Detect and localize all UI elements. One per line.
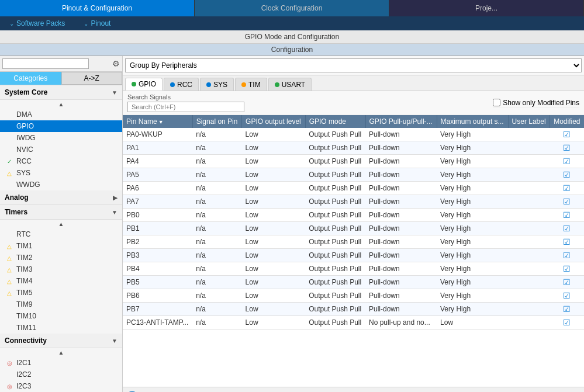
- sidebar-item-nvic[interactable]: NVIC: [0, 144, 122, 155]
- cell-modified[interactable]: ☑: [550, 168, 584, 182]
- warn-icon: △: [7, 266, 14, 273]
- table-row[interactable]: PB4 n/a Low Output Push Pull Pull-down V…: [123, 262, 584, 276]
- tab-pinout[interactable]: Pinout & Configuration: [0, 0, 195, 16]
- cell-modified[interactable]: ☑: [550, 209, 584, 222]
- col-pin-name[interactable]: Pin Name▼: [123, 115, 192, 128]
- table-row[interactable]: PB5 n/a Low Output Push Pull Pull-down V…: [123, 276, 584, 289]
- cell-modified[interactable]: ☑: [550, 249, 584, 262]
- table-row[interactable]: PB3 n/a Low Output Push Pull Pull-down V…: [123, 249, 584, 262]
- sidebar-tab-categories[interactable]: Categories: [0, 72, 61, 85]
- sidebar-item-rcc[interactable]: ✓ RCC: [0, 155, 122, 167]
- sidebar-item-i2c3[interactable]: ◎ I2C3: [0, 380, 122, 392]
- scroll-up-btn[interactable]: ▲: [0, 100, 122, 109]
- cell-modified[interactable]: ☑: [550, 235, 584, 249]
- sidebar-item-iwdg[interactable]: IWDG: [0, 132, 122, 144]
- sidebar-tab-az[interactable]: A->Z: [61, 72, 123, 85]
- col-signal[interactable]: Signal on Pin: [192, 115, 241, 128]
- cell-modified[interactable]: ☑: [550, 182, 584, 195]
- search-input[interactable]: [2, 58, 89, 69]
- category-timers[interactable]: Timers ▼: [0, 205, 122, 220]
- cell-label: [508, 141, 550, 155]
- col-user-label[interactable]: User Label: [508, 115, 550, 128]
- cell-modified[interactable]: ☑: [550, 262, 584, 276]
- cell-modified[interactable]: ☑: [550, 222, 584, 235]
- table-row[interactable]: PA6 n/a Low Output Push Pull Pull-down V…: [123, 182, 584, 195]
- show-modified-label[interactable]: Show only Modified Pins: [493, 99, 579, 107]
- cell-modified[interactable]: ☑: [550, 141, 584, 155]
- table-row[interactable]: PA4 n/a Low Output Push Pull Pull-down V…: [123, 155, 584, 168]
- content-area: Group By Peripherals Group By Pin Number…: [123, 56, 584, 392]
- table-row[interactable]: PB6 n/a Low Output Push Pull Pull-down V…: [123, 289, 584, 303]
- table-row[interactable]: PB1 n/a Low Output Push Pull Pull-down V…: [123, 222, 584, 235]
- table-row[interactable]: PA7 n/a Low Output Push Pull Pull-down V…: [123, 195, 584, 209]
- tab-usart[interactable]: USART: [268, 78, 312, 91]
- tab-sys[interactable]: SYS: [200, 78, 234, 91]
- group-by-select[interactable]: Group By Peripherals Group By Pin Number…: [125, 58, 582, 72]
- col-gpio-level[interactable]: GPIO output level: [242, 115, 306, 128]
- category-connectivity[interactable]: Connectivity ▼: [0, 334, 122, 348]
- table-row[interactable]: PB7 n/a Low Output Push Pull Pull-down V…: [123, 303, 584, 316]
- gpio-tab-bar: GPIO RCC SYS TIM USART: [123, 75, 584, 91]
- sidebar-item-tim3[interactable]: △ TIM3: [0, 263, 122, 275]
- table-row[interactable]: PA1 n/a Low Output Push Pull Pull-down V…: [123, 141, 584, 155]
- sub-item-pinout[interactable]: ⌄ Pinout: [74, 19, 120, 27]
- tab-rcc[interactable]: RCC: [164, 78, 199, 91]
- search-signals-input[interactable]: [127, 102, 244, 112]
- sidebar-item-wwdg[interactable]: WWDG: [0, 179, 122, 190]
- category-analog[interactable]: Analog ▶: [0, 190, 122, 205]
- scroll-up-btn-timers[interactable]: ▲: [0, 220, 122, 228]
- cell-modified[interactable]: ☑: [550, 128, 584, 141]
- show-modified-checkbox[interactable]: [493, 99, 500, 106]
- cell-mode: Output Push Pull: [305, 303, 365, 316]
- sidebar-item-rtc[interactable]: RTC: [0, 228, 122, 240]
- cell-pin-name: PA7: [123, 195, 192, 209]
- gear-icon[interactable]: ⚙: [112, 59, 120, 68]
- table-row[interactable]: PC13-ANTI-TAMP... n/a Low Output Push Pu…: [123, 316, 584, 329]
- sidebar-item-tim2[interactable]: △ TIM2: [0, 252, 122, 263]
- cell-signal: n/a: [192, 289, 241, 303]
- tab-gpio[interactable]: GPIO: [125, 78, 163, 91]
- sidebar-item-tim9[interactable]: TIM9: [0, 299, 122, 310]
- modified-checkbox-checked: ☑: [563, 277, 571, 287]
- col-gpio-pull[interactable]: GPIO Pull-up/Pull-...: [365, 115, 437, 128]
- sidebar-item-i2c1[interactable]: ◎ I2C1: [0, 357, 122, 369]
- cell-signal: n/a: [192, 235, 241, 249]
- scroll-up-btn-conn[interactable]: ▲: [0, 348, 122, 357]
- table-row[interactable]: PA5 n/a Low Output Push Pull Pull-down V…: [123, 168, 584, 182]
- sidebar-item-gpio[interactable]: GPIO: [0, 120, 122, 132]
- cell-modified[interactable]: ☑: [550, 276, 584, 289]
- dot-icon: [275, 82, 279, 87]
- dot-icon: [170, 82, 175, 87]
- sidebar-item-tim1[interactable]: △ TIM1: [0, 240, 122, 252]
- table-row[interactable]: PB2 n/a Low Output Push Pull Pull-down V…: [123, 235, 584, 249]
- sub-item-software-packs[interactable]: ⌄ Software Packs: [0, 19, 74, 27]
- col-max-output[interactable]: Maximum output s...: [437, 115, 508, 128]
- cell-signal: n/a: [192, 168, 241, 182]
- sidebar-item-sys[interactable]: △ SYS: [0, 167, 122, 179]
- cell-modified[interactable]: ☑: [550, 155, 584, 168]
- sidebar-item-i2c2[interactable]: I2C2: [0, 369, 122, 380]
- cell-modified[interactable]: ☑: [550, 303, 584, 316]
- cell-modified[interactable]: ☑: [550, 316, 584, 329]
- sidebar: ⚙ Categories A->Z System Core ▼ ▲ DMA: [0, 56, 123, 392]
- sidebar-tab-bar: Categories A->Z: [0, 72, 122, 85]
- col-modified[interactable]: Modified: [550, 115, 584, 128]
- table-row[interactable]: PA0-WKUP n/a Low Output Push Pull Pull-d…: [123, 128, 584, 141]
- table-row[interactable]: PB0 n/a Low Output Push Pull Pull-down V…: [123, 209, 584, 222]
- col-gpio-mode[interactable]: GPIO mode: [305, 115, 365, 128]
- cell-modified[interactable]: ☑: [550, 195, 584, 209]
- tab-tim[interactable]: TIM: [235, 78, 267, 91]
- sidebar-item-tim5[interactable]: △ TIM5: [0, 287, 122, 299]
- tab-project[interactable]: Proje...: [389, 0, 584, 16]
- sidebar-item-tim4[interactable]: △ TIM4: [0, 275, 122, 287]
- cell-level: Low: [242, 168, 306, 182]
- tab-clock[interactable]: Clock Configuration: [195, 0, 389, 16]
- modified-checkbox-checked: ☑: [563, 170, 571, 179]
- category-system-core[interactable]: System Core ▼: [0, 85, 122, 100]
- sidebar-item-tim10[interactable]: TIM10: [0, 310, 122, 322]
- sidebar-item-tim11[interactable]: TIM11: [0, 322, 122, 334]
- cell-label: [508, 289, 550, 303]
- warn-icon: △: [7, 290, 14, 296]
- cell-modified[interactable]: ☑: [550, 289, 584, 303]
- sidebar-item-dma[interactable]: DMA: [0, 109, 122, 120]
